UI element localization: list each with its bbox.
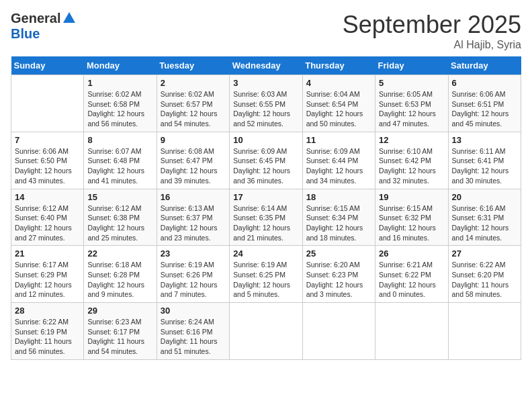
- day-number: 23: [161, 248, 226, 259]
- day-number: 8: [87, 135, 152, 145]
- weekday-header: Tuesday: [157, 56, 229, 75]
- day-number: 16: [161, 192, 226, 202]
- day-info: Sunrise: 6:22 AMSunset: 6:20 PMDaylight:…: [452, 260, 517, 300]
- calendar-cell: 28Sunrise: 6:22 AMSunset: 6:19 PMDayligh…: [11, 303, 84, 360]
- svg-marker-0: [63, 12, 75, 23]
- day-info: Sunrise: 6:06 AMSunset: 6:51 PMDaylight:…: [452, 89, 517, 129]
- day-number: 4: [306, 78, 371, 88]
- day-number: 5: [379, 78, 444, 88]
- day-number: 24: [233, 248, 298, 259]
- day-info: Sunrise: 6:15 AMSunset: 6:32 PMDaylight:…: [379, 203, 444, 243]
- calendar-cell: 3Sunrise: 6:03 AMSunset: 6:55 PMDaylight…: [230, 75, 302, 132]
- calendar-cell: 7Sunrise: 6:06 AMSunset: 6:50 PMDaylight…: [11, 132, 84, 189]
- day-number: 30: [161, 306, 226, 316]
- day-info: Sunrise: 6:22 AMSunset: 6:19 PMDaylight:…: [15, 317, 80, 357]
- calendar-cell: 15Sunrise: 6:12 AMSunset: 6:38 PMDayligh…: [84, 189, 157, 246]
- day-number: 29: [87, 306, 152, 316]
- day-info: Sunrise: 6:20 AMSunset: 6:23 PMDaylight:…: [306, 260, 371, 300]
- day-number: 17: [233, 192, 298, 202]
- day-number: 25: [306, 248, 371, 259]
- day-info: Sunrise: 6:18 AMSunset: 6:28 PMDaylight:…: [87, 260, 152, 300]
- day-number: 12: [379, 135, 444, 145]
- logo-general-text: General: [11, 11, 60, 26]
- day-number: 15: [87, 192, 152, 202]
- day-number: 14: [15, 192, 80, 202]
- calendar-cell: 24Sunrise: 6:19 AMSunset: 6:25 PMDayligh…: [230, 246, 302, 303]
- calendar-cell: 11Sunrise: 6:09 AMSunset: 6:44 PMDayligh…: [302, 132, 375, 189]
- weekday-header: Saturday: [448, 56, 521, 75]
- day-number: 19: [379, 192, 444, 202]
- calendar-cell: 8Sunrise: 6:07 AMSunset: 6:48 PMDaylight…: [84, 132, 157, 189]
- day-info: Sunrise: 6:12 AMSunset: 6:38 PMDaylight:…: [87, 203, 152, 243]
- month-year-title: September 2025: [343, 11, 521, 39]
- weekday-header: Monday: [84, 56, 157, 75]
- calendar-cell: 29Sunrise: 6:23 AMSunset: 6:17 PMDayligh…: [84, 303, 157, 360]
- logo-icon: [62, 11, 77, 26]
- calendar-cell: 4Sunrise: 6:04 AMSunset: 6:54 PMDaylight…: [302, 75, 375, 132]
- calendar-week-row: 28Sunrise: 6:22 AMSunset: 6:19 PMDayligh…: [11, 303, 521, 360]
- calendar-cell: 12Sunrise: 6:10 AMSunset: 6:42 PMDayligh…: [375, 132, 448, 189]
- logo: General Blue: [11, 11, 77, 42]
- calendar-cell: 22Sunrise: 6:18 AMSunset: 6:28 PMDayligh…: [84, 246, 157, 303]
- calendar-cell: 26Sunrise: 6:21 AMSunset: 6:22 PMDayligh…: [375, 246, 448, 303]
- day-info: Sunrise: 6:21 AMSunset: 6:22 PMDaylight:…: [379, 260, 444, 300]
- calendar-cell: 5Sunrise: 6:05 AMSunset: 6:53 PMDaylight…: [375, 75, 448, 132]
- title-section: September 2025 Al Hajib, Syria: [343, 11, 521, 51]
- day-number: 11: [306, 135, 371, 145]
- day-number: 26: [379, 248, 444, 259]
- day-info: Sunrise: 6:11 AMSunset: 6:41 PMDaylight:…: [452, 146, 517, 186]
- day-number: 1: [87, 78, 152, 88]
- day-info: Sunrise: 6:03 AMSunset: 6:55 PMDaylight:…: [233, 89, 298, 129]
- day-number: 21: [15, 248, 80, 259]
- calendar-cell: 30Sunrise: 6:24 AMSunset: 6:16 PMDayligh…: [157, 303, 229, 360]
- day-info: Sunrise: 6:08 AMSunset: 6:47 PMDaylight:…: [161, 146, 226, 186]
- location-subtitle: Al Hajib, Syria: [343, 39, 521, 51]
- day-info: Sunrise: 6:19 AMSunset: 6:25 PMDaylight:…: [233, 260, 298, 300]
- day-info: Sunrise: 6:12 AMSunset: 6:40 PMDaylight:…: [15, 203, 80, 243]
- day-number: 18: [306, 192, 371, 202]
- day-info: Sunrise: 6:14 AMSunset: 6:35 PMDaylight:…: [233, 203, 298, 243]
- calendar-cell: 14Sunrise: 6:12 AMSunset: 6:40 PMDayligh…: [11, 189, 84, 246]
- day-info: Sunrise: 6:09 AMSunset: 6:44 PMDaylight:…: [306, 146, 371, 186]
- day-info: Sunrise: 6:02 AMSunset: 6:57 PMDaylight:…: [161, 89, 226, 129]
- day-info: Sunrise: 6:16 AMSunset: 6:31 PMDaylight:…: [452, 203, 517, 243]
- calendar-week-row: 7Sunrise: 6:06 AMSunset: 6:50 PMDaylight…: [11, 132, 521, 189]
- day-info: Sunrise: 6:19 AMSunset: 6:26 PMDaylight:…: [161, 260, 226, 300]
- calendar-cell: 13Sunrise: 6:11 AMSunset: 6:41 PMDayligh…: [448, 132, 521, 189]
- day-number: 20: [452, 192, 517, 202]
- day-number: 6: [452, 78, 517, 88]
- calendar-cell: [448, 303, 521, 360]
- logo-blue-text: Blue: [11, 26, 40, 41]
- calendar-week-row: 1Sunrise: 6:02 AMSunset: 6:58 PMDaylight…: [11, 75, 521, 132]
- day-info: Sunrise: 6:09 AMSunset: 6:45 PMDaylight:…: [233, 146, 298, 186]
- day-info: Sunrise: 6:10 AMSunset: 6:42 PMDaylight:…: [379, 146, 444, 186]
- calendar-week-row: 14Sunrise: 6:12 AMSunset: 6:40 PMDayligh…: [11, 189, 521, 246]
- weekday-header: Wednesday: [230, 56, 302, 75]
- weekday-header-row: SundayMondayTuesdayWednesdayThursdayFrid…: [11, 56, 521, 75]
- day-number: 28: [15, 306, 80, 316]
- weekday-header: Friday: [375, 56, 448, 75]
- calendar-cell: 25Sunrise: 6:20 AMSunset: 6:23 PMDayligh…: [302, 246, 375, 303]
- day-number: 3: [233, 78, 298, 88]
- calendar-cell: 9Sunrise: 6:08 AMSunset: 6:47 PMDaylight…: [157, 132, 229, 189]
- day-info: Sunrise: 6:02 AMSunset: 6:58 PMDaylight:…: [87, 89, 152, 129]
- calendar-cell: 23Sunrise: 6:19 AMSunset: 6:26 PMDayligh…: [157, 246, 229, 303]
- calendar-cell: 20Sunrise: 6:16 AMSunset: 6:31 PMDayligh…: [448, 189, 521, 246]
- day-number: 22: [87, 248, 152, 259]
- calendar-cell: 19Sunrise: 6:15 AMSunset: 6:32 PMDayligh…: [375, 189, 448, 246]
- day-info: Sunrise: 6:06 AMSunset: 6:50 PMDaylight:…: [15, 146, 80, 186]
- calendar-cell: 21Sunrise: 6:17 AMSunset: 6:29 PMDayligh…: [11, 246, 84, 303]
- weekday-header: Sunday: [11, 56, 84, 75]
- calendar-week-row: 21Sunrise: 6:17 AMSunset: 6:29 PMDayligh…: [11, 246, 521, 303]
- day-info: Sunrise: 6:04 AMSunset: 6:54 PMDaylight:…: [306, 89, 371, 129]
- calendar-cell: [230, 303, 302, 360]
- day-info: Sunrise: 6:24 AMSunset: 6:16 PMDaylight:…: [161, 317, 226, 357]
- calendar-cell: 1Sunrise: 6:02 AMSunset: 6:58 PMDaylight…: [84, 75, 157, 132]
- calendar-cell: 17Sunrise: 6:14 AMSunset: 6:35 PMDayligh…: [230, 189, 302, 246]
- day-info: Sunrise: 6:07 AMSunset: 6:48 PMDaylight:…: [87, 146, 152, 186]
- calendar-table: SundayMondayTuesdayWednesdayThursdayFrid…: [11, 56, 521, 360]
- calendar-cell: 16Sunrise: 6:13 AMSunset: 6:37 PMDayligh…: [157, 189, 229, 246]
- page-header: General Blue September 2025 Al Hajib, Sy…: [11, 11, 521, 51]
- day-info: Sunrise: 6:15 AMSunset: 6:34 PMDaylight:…: [306, 203, 371, 243]
- calendar-cell: 18Sunrise: 6:15 AMSunset: 6:34 PMDayligh…: [302, 189, 375, 246]
